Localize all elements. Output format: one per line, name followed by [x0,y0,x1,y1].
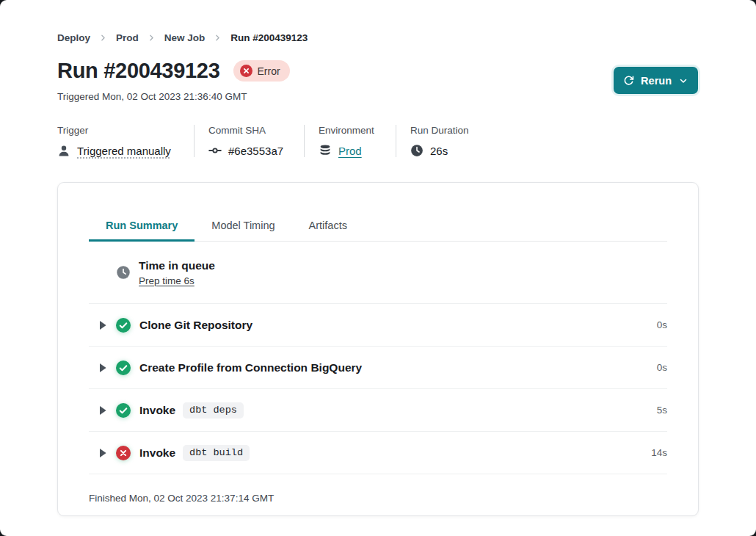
meta-environment-label: Environment [319,125,382,136]
step-duration: 0s [657,362,667,373]
tab-artifacts[interactable]: Artifacts [292,214,364,241]
chevron-down-icon [678,76,688,86]
finished-timestamp: Finished Mon, 02 Oct 2023 21:37:14 GMT [89,474,667,504]
page-title: Run #200439123 [57,59,220,83]
step-row-dbt-build[interactable]: Invoke dbt build 14s [89,432,667,474]
step-title: Invoke [139,446,175,460]
step-title: Create Profile from Connection BigQuery [139,361,362,374]
command-chip: dbt build [183,445,250,461]
breadcrumb-current-run: Run #200439123 [230,32,308,43]
step-row-clone-git[interactable]: Clone Git Repository 0s [89,304,667,347]
expand-caret-icon[interactable] [99,321,106,330]
expand-caret-icon[interactable] [99,406,106,415]
run-detail-page: Deploy Prod New Job Run #200439123 Run #… [0,0,756,536]
title-row: Run #200439123 Error [57,59,290,83]
meta-trigger: Trigger Triggered manually [57,125,195,157]
meta-commit-sha: Commit SHA #6e3553a7 [208,125,305,157]
chevron-right-icon [147,33,156,43]
queue-row: Time in queue Prep time 6s [89,242,667,304]
queue-title: Time in queue [139,259,215,272]
command-chip: dbt deps [183,402,244,419]
run-summary-card: Run Summary Model Timing Artifacts Time … [57,182,699,516]
tab-bar: Run Summary Model Timing Artifacts [89,214,667,242]
tab-model-timing[interactable]: Model Timing [195,214,291,241]
meta-trigger-value[interactable]: Triggered manually [77,145,171,157]
step-row-create-profile[interactable]: Create Profile from Connection BigQuery … [89,347,667,389]
status-badge-label: Error [258,65,280,77]
step-row-dbt-deps[interactable]: Invoke dbt deps 5s [89,389,667,432]
meta-duration-label: Run Duration [410,125,469,136]
breadcrumb: Deploy Prod New Job Run #200439123 [57,32,308,43]
success-check-icon [116,403,131,418]
run-metadata: Trigger Triggered manually Commit SHA #6… [57,125,497,157]
git-commit-icon [208,144,222,157]
breadcrumb-new-job[interactable]: New Job [164,32,206,43]
expand-caret-icon[interactable] [99,449,106,457]
rerun-refresh-icon [623,75,634,86]
status-badge: Error [233,60,290,82]
success-check-icon [116,361,131,375]
database-icon [319,144,332,157]
person-icon [57,144,70,157]
meta-duration-value: 26s [430,145,448,157]
step-title: Clone Git Repository [139,319,252,332]
triggered-timestamp: Triggered Mon, 02 Oct 2023 21:36:40 GMT [57,91,247,102]
clock-icon [116,265,131,280]
expand-caret-icon[interactable] [99,363,106,372]
clock-icon [410,144,424,157]
meta-commit-value: #6e3553a7 [228,145,283,157]
success-check-icon [116,318,131,333]
meta-environment-value[interactable]: Prod [338,145,362,157]
chevron-right-icon [213,33,222,43]
meta-trigger-label: Trigger [57,125,180,136]
breadcrumb-deploy[interactable]: Deploy [57,32,90,43]
chevron-right-icon [98,33,108,43]
rerun-button[interactable]: Rerun [614,67,698,94]
prep-time-link[interactable]: Prep time 6s [139,275,215,286]
rerun-button-label: Rerun [641,75,672,87]
step-duration: 14s [651,447,667,458]
step-title: Invoke [139,404,175,417]
error-circle-icon [240,65,252,77]
step-duration: 0s [657,319,667,330]
error-circle-icon [116,446,131,460]
meta-run-duration: Run Duration 26s [410,125,483,157]
breadcrumb-prod[interactable]: Prod [116,32,139,43]
meta-environment: Environment Prod [319,125,396,157]
step-duration: 5s [657,405,667,416]
meta-commit-label: Commit SHA [208,125,290,136]
tab-run-summary[interactable]: Run Summary [89,214,195,242]
